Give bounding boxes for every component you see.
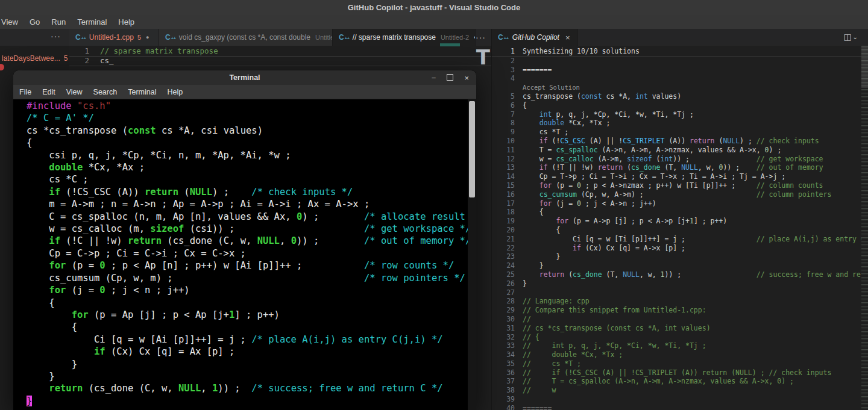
- tab-label: void cs_gaxpy (const cs *A, const double: [179, 33, 310, 42]
- line-number: 13: [492, 163, 515, 172]
- copilot-content[interactable]: 1Synthesizing 10/10 solutions23=======4A…: [492, 46, 861, 410]
- tab-bar: C++ Untitled-1.cpp 5 ● C++ void cs_gaxpy…: [69, 29, 491, 46]
- menu-help[interactable]: Help: [118, 17, 134, 26]
- modified-dot-icon[interactable]: ●: [146, 34, 149, 40]
- code-line: return (cs_done (C, w, NULL, 1)) ; /* su…: [16, 382, 468, 394]
- code-line: 20 {: [492, 226, 861, 235]
- tab-detail: Untitled-1: [315, 34, 333, 41]
- accept-solution-link[interactable]: Accept Solution: [523, 84, 580, 91]
- more-actions-icon[interactable]: ···: [51, 31, 61, 41]
- line-number: 1: [69, 47, 89, 56]
- menu-go[interactable]: Go: [30, 17, 40, 26]
- terminal-titlebar[interactable]: Terminal − ×: [13, 70, 476, 85]
- code-line: 37// T = cs_spalloc (A->n, A->m, A->nzma…: [492, 377, 861, 386]
- code-line: 6{: [492, 101, 861, 110]
- code-line: cs *C ;: [16, 173, 468, 185]
- tab-untitled-1-cpp[interactable]: C++ Untitled-1.cpp 5 ●: [69, 29, 159, 46]
- code-line: 3=======: [492, 66, 861, 75]
- code-line: 25 return (cs_done (T, NULL, w, 1)) ; //…: [492, 270, 861, 279]
- menu-view[interactable]: View: [1, 17, 18, 26]
- terminal-menu-view[interactable]: View: [66, 88, 83, 96]
- code-line: 19 for (p = A->p [j] ; p < A->p [j+1] ; …: [492, 217, 861, 226]
- terminal-menu-edit[interactable]: Edit: [42, 88, 55, 96]
- code-line: 28// Language: cpp: [492, 297, 861, 306]
- tab-label: GitHub Copilot: [512, 33, 559, 42]
- tab-label: // sparse matrix transpose: [353, 33, 436, 42]
- left-tab-bar: ···: [0, 29, 69, 46]
- maximize-icon[interactable]: [447, 73, 453, 82]
- minimize-icon[interactable]: −: [432, 73, 436, 82]
- line-number: 39: [492, 395, 515, 404]
- code-line: C = cs_spalloc (n, m, Ap [n], values && …: [16, 211, 468, 223]
- line-number: 28: [492, 297, 515, 306]
- code-line: 21 Ci [q = w [Ti [p]]++] = j ; // place …: [492, 235, 861, 244]
- code-line: 8 double *Cx, *Tx ;: [492, 119, 861, 128]
- code-line: if (Cx) Cx [q] = Ax [p] ;: [16, 346, 468, 358]
- line-number: 1: [492, 47, 515, 56]
- line-number: 9: [492, 128, 515, 137]
- code-line: 4: [492, 74, 861, 83]
- code-line: 35// cs *T ;: [492, 359, 861, 368]
- tab-cs-gaxpy[interactable]: C++ void cs_gaxpy (const cs *A, const do…: [159, 29, 333, 46]
- line-number: 16: [492, 190, 515, 199]
- code-line: 27: [492, 288, 861, 297]
- code-line: {: [16, 297, 468, 309]
- line-number: 15: [492, 181, 515, 190]
- code-line: 2: [492, 57, 861, 66]
- cpp-file-icon: C++: [165, 34, 176, 41]
- tab-github-copilot[interactable]: C++ GitHub Copilot ×: [492, 29, 578, 46]
- code-line: }: [16, 395, 468, 407]
- line-number: 30: [492, 315, 515, 324]
- line-number: 38: [492, 386, 515, 395]
- terminal-content[interactable]: #include "cs.h"/* C = A' */cs *cs_transp…: [13, 99, 468, 410]
- line-number: 12: [492, 155, 515, 164]
- tab-error-badge: 5: [137, 34, 141, 41]
- code-line: 30//: [492, 315, 861, 324]
- code-line: 12 w = cs_calloc (A->m, sizeof (int)) ; …: [492, 155, 861, 164]
- line-number: 4: [492, 74, 515, 83]
- menu-bar: View Go Run Terminal Help: [0, 15, 868, 29]
- line-number: 20: [492, 226, 515, 235]
- line-number: 27: [492, 288, 515, 297]
- editor-actions-icon[interactable]: ···: [476, 33, 486, 42]
- minimap[interactable]: [861, 46, 868, 410]
- code-line: 34// double *Cx, *Tx ;: [492, 350, 861, 359]
- code-line: /* C = A' */: [16, 112, 468, 124]
- minimap-slider[interactable]: [861, 46, 868, 88]
- code-line: 18 {: [492, 208, 861, 217]
- code-line: 5cs_transpose (const cs *A, int values): [492, 92, 861, 101]
- terminal-menu-file[interactable]: File: [19, 88, 31, 96]
- code-line: 38// w: [492, 386, 861, 395]
- line-number: 23: [492, 252, 515, 261]
- line-number: 33: [492, 341, 515, 350]
- terminal-window[interactable]: Terminal − × File Edit View Search Termi…: [13, 70, 476, 410]
- line-number: 31: [492, 324, 515, 333]
- menu-terminal[interactable]: Terminal: [77, 17, 107, 26]
- line-number: [492, 83, 515, 92]
- code-line: 7 int p, q, j, *Cp, *Ci, *w, *Ti, *Tj ;: [492, 110, 861, 119]
- terminal-menu-terminal[interactable]: Terminal: [128, 88, 156, 96]
- line-number: 5: [492, 92, 515, 101]
- code-line: cs *cs_transpose (const cs *A, csi value…: [16, 125, 468, 137]
- line-number: 25: [492, 270, 515, 279]
- code-line: 9 cs *T ;: [492, 128, 861, 137]
- codelens-row: Accept Solution: [492, 83, 861, 92]
- chevron-down-icon: ⌄: [853, 34, 858, 40]
- code-line: 24 }: [492, 261, 861, 270]
- close-icon[interactable]: ×: [565, 33, 570, 42]
- code-line: double *Cx, *Ax ;: [16, 161, 468, 173]
- terminal-menu-search[interactable]: Search: [93, 88, 118, 96]
- close-icon[interactable]: ×: [464, 73, 469, 82]
- code-line: 16 cs_cumsum (Cp, w, A->m) ; // column p…: [492, 190, 861, 199]
- line-number: 35: [492, 359, 515, 368]
- terminal-menu-help[interactable]: Help: [167, 88, 183, 96]
- terminal-scrollbar[interactable]: [468, 99, 476, 410]
- scrollbar-thumb[interactable]: [469, 101, 475, 197]
- code-line: 26}: [492, 279, 861, 288]
- menu-run[interactable]: Run: [51, 17, 66, 26]
- code-line: 36// if (!CS_CSC (A) || !CS_TRIPLET (A))…: [492, 368, 861, 377]
- split-editor-icon[interactable]: ◫ ⌄: [843, 32, 858, 42]
- breadcrumb[interactable]: lateDaysBetwee...5: [0, 54, 69, 63]
- line-number: 6: [492, 101, 515, 110]
- window-titlebar[interactable]: GitHub Copilot - javastuff - Visual Stud…: [0, 0, 868, 15]
